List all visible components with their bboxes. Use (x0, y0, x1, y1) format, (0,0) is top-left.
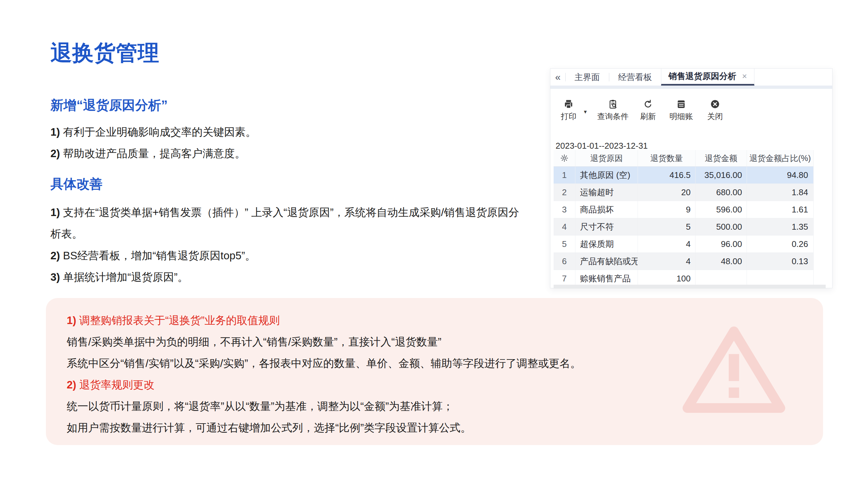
notice-line: 如用户需按数量进行计算，可通过右键增加公式列，选择“比例”类字段设置计算公式。 (67, 417, 686, 438)
return-reason-table: 退货原因 退货数量 退货金额 退货金额占比(%) 1 其他原因 (空) 416.… (554, 150, 813, 287)
cell-qty: 5 (638, 218, 695, 235)
cell-pct: 94.80 (747, 167, 813, 184)
section1-item: 2) 帮助改进产品质量，提高客户满意度。 (51, 143, 246, 164)
tab-dashboard[interactable]: 经营看板 (609, 69, 661, 86)
section2-item: 1) 支持在“退货类单据+销售发票（插件）” 上录入“退货原因”，系统将自动生成… (51, 202, 526, 245)
query-conditions-button[interactable]: 查询条件 (596, 99, 629, 122)
column-header-reason[interactable]: 退货原因 (576, 150, 638, 166)
item-text: 有利于企业明确影响成交率的关键因素。 (63, 126, 256, 138)
detail-ledger-button[interactable]: 明细账 (668, 99, 694, 122)
cell-qty: 20 (638, 184, 695, 201)
table-row[interactable]: 6 产品有缺陷或无... 4 48.00 0.13 (554, 253, 813, 270)
close-button[interactable]: 关闭 (706, 99, 724, 122)
tab-label: 销售退货原因分析 (669, 71, 736, 82)
date-range-label: 2023-01-01--2023-12-31 (556, 141, 648, 151)
cell-qty: 4 (638, 253, 695, 270)
tab-bar: « 主界面 经营看板 销售退货原因分析 × (550, 69, 832, 86)
item-text: 支持在“退货类单据+销售发票（插件）” 上录入“退货原因”，系统将自动生成采购/… (51, 206, 519, 240)
item-text: 帮助改进产品质量，提高客户满意度。 (63, 148, 246, 159)
notice-line: 销售/采购类单据中为负的明细，不再计入“销售/采购数量”，直接计入“退货数量” (67, 331, 686, 353)
cell-qty: 416.5 (638, 167, 695, 184)
tool-label: 明细账 (670, 111, 693, 122)
section2-item: 2) BS经营看板，增加“销售退货原因top5”。 (51, 245, 256, 266)
refresh-button[interactable]: 刷新 (638, 99, 658, 122)
row-number: 1 (554, 167, 576, 184)
refresh-icon (643, 99, 653, 109)
item-number: 1) (51, 206, 60, 218)
section1-item: 1) 有利于企业明确影响成交率的关键因素。 (51, 121, 256, 143)
horizontal-scrollbar[interactable] (554, 285, 826, 289)
tab-main[interactable]: 主界面 (565, 69, 609, 86)
tool-label: 查询条件 (597, 111, 628, 122)
cell-qty: 4 (638, 235, 695, 253)
row-number: 4 (554, 218, 576, 235)
notice-lines: 1) 调整购销报表关于“退换货”业务的取值规则 销售/采购类单据中为负的明细，不… (67, 310, 686, 438)
tool-label: 打印 (561, 111, 577, 122)
item-number: 3) (51, 271, 60, 283)
cell-pct: 1.61 (747, 201, 813, 218)
cell-amount: 35,016.00 (695, 167, 747, 184)
cell-pct: 0.26 (747, 235, 813, 253)
tab-close-icon[interactable]: × (742, 71, 747, 82)
item-text: 单据统计增加“退货原因”。 (63, 271, 188, 283)
row-number: 5 (554, 235, 576, 253)
row-number: 6 (554, 253, 576, 270)
collapse-tabs-button[interactable]: « (550, 69, 565, 86)
cell-reason: 商品损坏 (576, 201, 638, 218)
cell-pct: 1.35 (747, 218, 813, 235)
notice-rule-heading: 2) 退货率规则更改 (67, 374, 686, 396)
section1-heading: 新增“退货原因分析” (51, 96, 167, 114)
item-number: 1) (67, 314, 76, 326)
item-text: BS经营看板，增加“销售退货原因top5”。 (63, 250, 256, 262)
column-header-qty[interactable]: 退货数量 (638, 150, 695, 166)
page-title: 退换货管理 (51, 38, 159, 68)
printer-icon (564, 99, 574, 109)
cell-pct: 1.84 (747, 184, 813, 201)
close-circle-icon (710, 99, 720, 109)
gear-icon[interactable] (554, 150, 576, 166)
tab-return-reason-analysis[interactable]: 销售退货原因分析 × (661, 69, 754, 86)
toolbar: 打印 ▼ 查询条件 (550, 97, 832, 129)
cell-reason: 尺寸不符 (576, 218, 638, 235)
tab-bar-divider (550, 86, 832, 89)
app-screenshot-panel: « 主界面 经营看板 销售退货原因分析 × 打印 (550, 68, 833, 288)
cell-pct: 0.13 (747, 253, 813, 270)
item-text: 调整购销报表关于“退换货”业务的取值规则 (80, 314, 280, 326)
table-scroll-gutter[interactable] (813, 150, 826, 285)
print-dropdown-caret-icon[interactable]: ▼ (583, 109, 588, 115)
item-number: 1) (51, 126, 60, 138)
query-conditions-icon (608, 99, 618, 109)
cell-amount: 596.00 (695, 201, 747, 218)
item-text: 退货率规则更改 (80, 379, 155, 391)
notice-rule-heading: 1) 调整购销报表关于“退换货”业务的取值规则 (67, 310, 686, 331)
slide: 退换货管理 新增“退货原因分析” 1) 有利于企业明确影响成交率的关键因素。 2… (0, 0, 868, 488)
row-number: 2 (554, 184, 576, 201)
cell-reason: 运输超时 (576, 184, 638, 201)
tool-label: 刷新 (640, 111, 656, 122)
table-header-row: 退货原因 退货数量 退货金额 退货金额占比(%) (554, 150, 813, 167)
column-header-amount[interactable]: 退货金额 (695, 150, 747, 166)
cell-amount: 680.00 (695, 184, 747, 201)
table-row[interactable]: 2 运输超时 20 680.00 1.84 (554, 184, 813, 201)
table-row[interactable]: 4 尺寸不符 5 500.00 1.35 (554, 218, 813, 235)
item-number: 2) (51, 148, 60, 159)
column-header-pct[interactable]: 退货金额占比(%) (747, 150, 813, 166)
table-row[interactable]: 5 超保质期 4 96.00 0.26 (554, 235, 813, 253)
table-row[interactable]: 1 其他原因 (空) 416.5 35,016.00 94.80 (554, 167, 813, 184)
print-button[interactable]: 打印 (558, 99, 579, 122)
cell-reason: 其他原因 (空) (576, 167, 638, 184)
section2-item: 3) 单据统计增加“退货原因”。 (51, 266, 188, 288)
table-row[interactable]: 3 商品损坏 9 596.00 1.61 (554, 201, 813, 218)
cell-amount: 500.00 (695, 218, 747, 235)
cell-reason: 超保质期 (576, 235, 638, 253)
cell-amount: 48.00 (695, 253, 747, 270)
item-number: 2) (67, 379, 76, 391)
cell-reason: 产品有缺陷或无... (576, 253, 638, 270)
tool-label: 关闭 (707, 111, 723, 122)
row-number: 3 (554, 201, 576, 218)
notice-box: 1) 调整购销报表关于“退换货”业务的取值规则 销售/采购类单据中为负的明细，不… (46, 298, 823, 445)
notice-line: 统一以货币计量原则，将“退货率”从以“数量”为基准，调整为以“金额”为基准计算； (67, 396, 686, 417)
item-number: 2) (51, 250, 60, 262)
cell-amount: 96.00 (695, 235, 747, 253)
detail-ledger-icon (676, 99, 686, 109)
